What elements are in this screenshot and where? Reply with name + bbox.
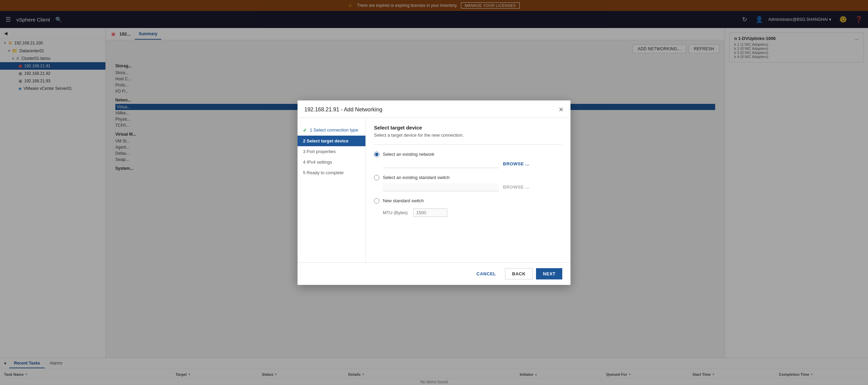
section-desc: Select a target device for the new conne…: [374, 133, 562, 138]
option-existing-switch: Select an existing standard switch BROWS…: [374, 175, 562, 191]
radio-group: Select an existing network BROWSE ... Se…: [374, 152, 562, 217]
existing-network-field-row: BROWSE ...: [383, 160, 562, 168]
option-new-switch: New standard switch MTU (Bytes): [374, 198, 562, 217]
existing-switch-field-row: BROWSE ...: [383, 183, 562, 191]
radio-label-existing-switch[interactable]: Select an existing standard switch: [374, 175, 562, 180]
mtu-label: MTU (Bytes): [383, 210, 408, 215]
radio-existing-switch[interactable]: [374, 175, 379, 180]
dialog-title: 192.168.21.91 - Add Networking: [304, 107, 382, 113]
mtu-row: MTU (Bytes): [383, 208, 562, 217]
radio-new-switch[interactable]: [374, 198, 379, 204]
divider: [374, 145, 562, 145]
browse-network-link[interactable]: BROWSE ...: [503, 161, 530, 166]
step-5: 5 Ready to complete: [298, 167, 365, 178]
step-5-label: 5 Ready to complete: [303, 170, 344, 175]
next-button[interactable]: NEXT: [536, 268, 562, 279]
existing-switch-input[interactable]: [383, 183, 499, 191]
cancel-button[interactable]: CANCEL: [471, 268, 502, 279]
radio-existing-network[interactable]: [374, 152, 379, 157]
add-networking-dialog: 192.168.21.91 - Add Networking ✕ ✔ 1 Sel…: [298, 100, 570, 285]
radio-existing-network-label: Select an existing network: [383, 152, 434, 157]
step-2-label: 2 Select target device: [303, 138, 348, 143]
option-existing-network: Select an existing network BROWSE ...: [374, 152, 562, 168]
step-3-label: 3 Port properties: [303, 149, 336, 154]
back-button[interactable]: BACK: [505, 268, 533, 279]
dialog-footer: CANCEL BACK NEXT: [298, 262, 570, 285]
dialog-steps: ✔ 1 Select connection type 2 Select targ…: [298, 118, 366, 262]
radio-new-switch-label: New standard switch: [383, 198, 424, 203]
dialog-header: 192.168.21.91 - Add Networking ✕: [298, 100, 570, 118]
step-3: 3 Port properties: [298, 146, 365, 157]
mtu-input[interactable]: [413, 208, 447, 217]
browse-switch-link[interactable]: BROWSE ...: [503, 184, 530, 190]
step-2: 2 Select target device: [298, 136, 365, 146]
step-4: 4 IPv4 settings: [298, 157, 365, 167]
dialog-close-button[interactable]: ✕: [559, 106, 564, 113]
radio-label-existing-network[interactable]: Select an existing network: [374, 152, 562, 157]
dialog-content: Select target device Select a target dev…: [366, 118, 570, 262]
modal-overlay: 192.168.21.91 - Add Networking ✕ ✔ 1 Sel…: [0, 0, 868, 385]
radio-label-new-switch[interactable]: New standard switch: [374, 198, 562, 204]
step-1-label: 1 Select connection type: [310, 127, 358, 133]
step-4-label: 4 IPv4 settings: [303, 160, 332, 165]
dialog-body: ✔ 1 Select connection type 2 Select targ…: [298, 118, 570, 262]
step-check-icon: ✔: [303, 127, 307, 133]
radio-existing-switch-label: Select an existing standard switch: [383, 175, 450, 180]
section-title: Select target device: [374, 125, 562, 130]
existing-network-input[interactable]: [383, 160, 499, 168]
step-1: ✔ 1 Select connection type: [298, 125, 365, 136]
